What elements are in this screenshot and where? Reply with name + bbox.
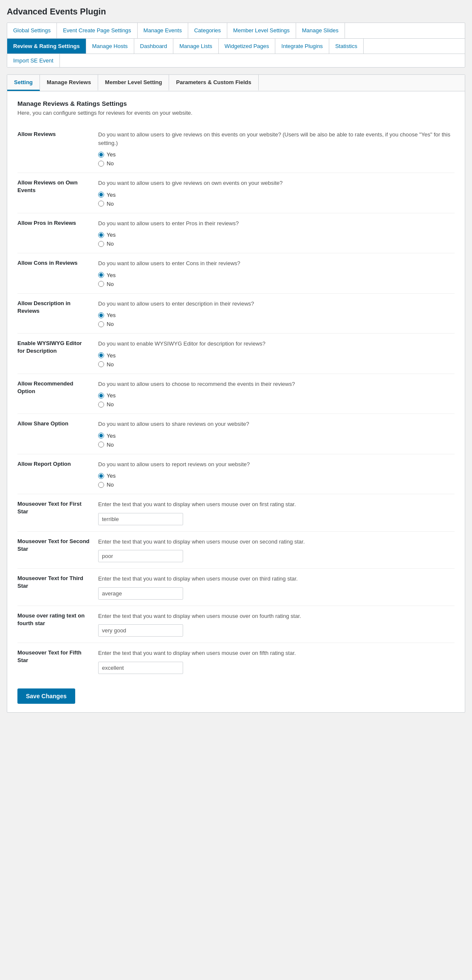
radio-input-allow-description-in-reviews-no[interactable] [98,321,104,327]
radio-input-allow-report-option-yes[interactable] [98,473,104,479]
setting-content-allow-pros-in-reviews: Do you want to allow users to enter Pros… [98,213,455,253]
setting-label-allow-cons-in-reviews: Allow Cons in Reviews [17,253,98,294]
save-changes-button[interactable]: Save Changes [17,688,75,704]
text-input-mouseover-text-fifth-star[interactable] [98,662,183,674]
inner-tab-member-level-setting[interactable]: Member Level Setting [98,75,169,91]
radio-input-enable-wysiwyg-editor-yes[interactable] [98,352,104,358]
radio-input-allow-cons-in-reviews-no[interactable] [98,281,104,287]
radio-input-allow-description-in-reviews-yes[interactable] [98,312,104,318]
setting-row-allow-share-option: Allow Share OptionDo you want to allow u… [17,414,455,454]
radio-group-allow-cons-in-reviews: YesNo [98,272,455,287]
radio-label-allow-pros-in-reviews-no[interactable]: No [98,241,455,247]
nav-tab-member-level-settings[interactable]: Member Level Settings [227,23,296,38]
setting-label-mouseover-text-first-star: Mouseover Text for First Star [17,494,98,532]
text-input-mouseover-text-first-star[interactable] [98,513,183,525]
nav-tab-dashboard[interactable]: Dashboard [134,39,174,54]
radio-label-allow-share-option-no[interactable]: No [98,442,455,448]
radio-input-allow-reviews-no[interactable] [98,161,104,167]
inner-tabs: SettingManage ReviewsMember Level Settin… [7,75,465,91]
radio-option-text: Yes [107,312,116,318]
setting-content-allow-description-in-reviews: Do you want to allow users to enter desc… [98,293,455,334]
inner-tab-manage-reviews[interactable]: Manage Reviews [40,75,98,91]
radio-group-allow-reviews-own-events: YesNo [98,192,455,207]
radio-label-allow-recommended-option-no[interactable]: No [98,401,455,408]
radio-input-allow-reviews-own-events-no[interactable] [98,201,104,207]
radio-label-allow-report-option-yes[interactable]: Yes [98,473,455,479]
inner-tab-parameters-custom-fields[interactable]: Parameters & Custom Fields [169,75,258,91]
radio-label-enable-wysiwyg-editor-no[interactable]: No [98,361,455,368]
radio-group-enable-wysiwyg-editor: YesNo [98,352,455,368]
radio-input-allow-reviews-own-events-yes[interactable] [98,192,104,198]
radio-option-text: No [107,401,114,408]
radio-label-allow-pros-in-reviews-yes[interactable]: Yes [98,232,455,238]
setting-row-mouseover-text-fourth-star: Mouse over rating text on fourth starEnt… [17,606,455,643]
nav-tab-statistics[interactable]: Statistics [329,39,364,54]
nav-tab-event-create-page-settings[interactable]: Event Create Page Settings [57,23,137,38]
radio-option-text: Yes [107,352,116,359]
radio-input-allow-cons-in-reviews-yes[interactable] [98,272,104,278]
radio-option-text: Yes [107,151,116,158]
setting-desc-allow-report-option: Do you want to allow users to report rev… [98,460,455,469]
nav-tab-manage-hosts[interactable]: Manage Hosts [86,39,134,54]
radio-input-enable-wysiwyg-editor-no[interactable] [98,361,104,367]
setting-desc-allow-reviews-own-events: Do you want to allow users to give revie… [98,179,455,187]
nav-tab-manage-events[interactable]: Manage Events [138,23,188,38]
text-input-mouseover-text-fourth-star[interactable] [98,624,183,637]
radio-label-allow-reviews-yes[interactable]: Yes [98,151,455,158]
setting-label-mouseover-text-fifth-star: Mouseover Text for Fifth Star [17,643,98,680]
radio-label-enable-wysiwyg-editor-yes[interactable]: Yes [98,352,455,359]
section-description: Here, you can configure settings for rev… [17,110,455,116]
radio-input-allow-pros-in-reviews-yes[interactable] [98,232,104,238]
setting-row-allow-cons-in-reviews: Allow Cons in ReviewsDo you want to allo… [17,253,455,294]
radio-option-text: Yes [107,473,116,479]
setting-content-allow-reviews: Do you want to allow users to give revie… [98,125,455,173]
nav-tab-integrate-plugins[interactable]: Integrate Plugins [275,39,329,54]
setting-label-enable-wysiwyg-editor: Enable WYSIWYG Editor for Description [17,334,98,374]
nav-tab-manage-lists[interactable]: Manage Lists [173,39,218,54]
radio-label-allow-cons-in-reviews-yes[interactable]: Yes [98,272,455,278]
setting-content-allow-recommended-option: Do you want to allow users to choose to … [98,374,455,414]
radio-label-allow-description-in-reviews-yes[interactable]: Yes [98,312,455,318]
setting-desc-allow-reviews: Do you want to allow users to give revie… [98,130,455,147]
radio-label-allow-report-option-no[interactable]: No [98,482,455,488]
setting-content-allow-reviews-own-events: Do you want to allow users to give revie… [98,173,455,213]
nav-tab-import-se-event[interactable]: Import SE Event [7,54,60,67]
radio-option-text: No [107,241,114,247]
radio-option-text: No [107,201,114,207]
radio-group-allow-share-option: YesNo [98,433,455,448]
radio-input-allow-share-option-no[interactable] [98,442,104,448]
radio-label-allow-cons-in-reviews-no[interactable]: No [98,281,455,287]
radio-label-allow-description-in-reviews-no[interactable]: No [98,321,455,327]
setting-desc-allow-cons-in-reviews: Do you want to allow users to enter Cons… [98,259,455,268]
text-input-mouseover-text-third-star[interactable] [98,587,183,600]
nav-tabs-container: Global SettingsEvent Create Page Setting… [7,23,465,68]
setting-label-allow-reviews-own-events: Allow Reviews on Own Events [17,173,98,213]
inner-tab-setting[interactable]: Setting [7,75,40,91]
nav-tab-categories[interactable]: Categories [188,23,227,38]
radio-input-allow-recommended-option-yes[interactable] [98,393,104,399]
text-input-mouseover-text-second-star[interactable] [98,550,183,562]
radio-option-text: Yes [107,192,116,198]
radio-label-allow-reviews-no[interactable]: No [98,160,455,167]
setting-content-allow-cons-in-reviews: Do you want to allow users to enter Cons… [98,253,455,294]
radio-input-allow-report-option-no[interactable] [98,482,104,488]
nav-tab-review-rating-settings[interactable]: Review & Rating Settings [7,39,86,54]
radio-input-allow-recommended-option-no[interactable] [98,402,104,408]
nav-tab-widgetized-pages[interactable]: Widgetized Pages [219,39,276,54]
radio-label-allow-reviews-own-events-yes[interactable]: Yes [98,192,455,198]
setting-content-mouseover-text-fourth-star: Enter the text that you want to display … [98,606,455,643]
radio-input-allow-reviews-yes[interactable] [98,152,104,158]
nav-tab-global-settings[interactable]: Global Settings [7,23,57,38]
radio-input-allow-share-option-yes[interactable] [98,433,104,439]
setting-desc-allow-recommended-option: Do you want to allow users to choose to … [98,380,455,388]
radio-option-text: No [107,321,114,327]
radio-input-allow-pros-in-reviews-no[interactable] [98,241,104,247]
radio-label-allow-recommended-option-yes[interactable]: Yes [98,392,455,399]
nav-tab-manage-slides[interactable]: Manage Slides [296,23,345,38]
radio-group-allow-recommended-option: YesNo [98,392,455,408]
radio-label-allow-share-option-yes[interactable]: Yes [98,433,455,439]
radio-option-text: No [107,482,114,488]
radio-label-allow-reviews-own-events-no[interactable]: No [98,201,455,207]
setting-content-mouseover-text-fifth-star: Enter the text that you want to display … [98,643,455,680]
page-title: Advanced Events Plugin [7,7,465,17]
